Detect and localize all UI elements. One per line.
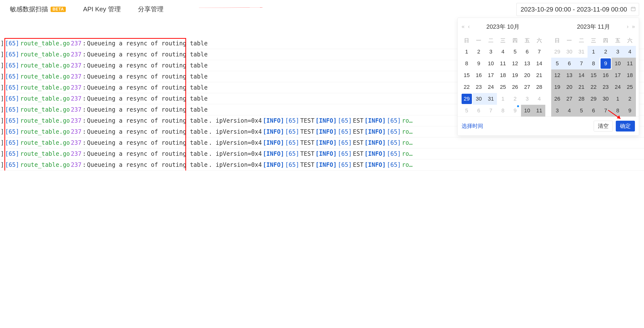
tab-apikey[interactable]: API Key 管理 — [83, 5, 120, 13]
calendar-day[interactable]: 10 — [612, 58, 624, 69]
calendar-day[interactable]: 7 — [600, 105, 612, 116]
calendar-day[interactable]: 6 — [473, 105, 485, 116]
calendar-day[interactable]: 5 — [551, 58, 563, 69]
calendar-day[interactable]: 18 — [624, 69, 636, 81]
calendar-day[interactable]: 6 — [521, 46, 533, 58]
calendar-day[interactable]: 30 — [563, 46, 575, 58]
calendar-day[interactable]: 9 — [473, 58, 485, 69]
calendar-day[interactable]: 2 — [473, 46, 485, 58]
calendar-day[interactable]: 3 — [521, 93, 533, 105]
select-time-link[interactable]: 选择时间 — [462, 122, 483, 130]
calendar-day[interactable]: 31 — [576, 46, 588, 58]
calendar-day[interactable]: 9 — [509, 105, 521, 116]
calendar-day[interactable]: 26 — [509, 81, 521, 93]
calendar-day[interactable]: 20 — [521, 69, 533, 81]
calendar-day[interactable]: 2 — [600, 46, 612, 58]
date-range-input[interactable]: 2023-10-29 00:00 - 2023-11-09 00:00 — [516, 3, 639, 16]
calendar-day[interactable]: 15 — [460, 69, 473, 81]
calendar-day[interactable]: 24 — [485, 81, 497, 93]
calendar-day[interactable]: 22 — [460, 81, 473, 93]
weekday-header: 日 — [460, 35, 473, 46]
log-id: [65] — [284, 139, 300, 146]
tab-share[interactable]: 分享管理 — [138, 5, 164, 13]
calendar-day[interactable]: 12 — [551, 69, 563, 81]
calendar-day[interactable]: 27 — [521, 81, 533, 93]
calendar-day[interactable]: 5 — [509, 46, 521, 58]
calendar-day[interactable]: 24 — [612, 81, 624, 93]
calendar-day[interactable]: 28 — [533, 81, 545, 93]
calendar-day[interactable]: 16 — [473, 69, 485, 81]
calendar-day[interactable]: 4 — [624, 46, 636, 58]
calendar-day[interactable]: 23 — [600, 81, 612, 93]
calendar-day[interactable]: 11 — [533, 105, 545, 116]
calendar-day[interactable]: 21 — [533, 69, 545, 81]
log-file: route_table.go — [20, 84, 70, 91]
calendar-day[interactable]: 25 — [497, 81, 509, 93]
calendar-day[interactable]: 30 — [473, 93, 485, 105]
calendar-day[interactable]: 29 — [588, 93, 600, 105]
calendar-day[interactable]: 25 — [624, 81, 636, 93]
tab-sensitive-scan[interactable]: 敏感数据扫描 BETA — [10, 5, 66, 13]
calendar-day[interactable]: 23 — [473, 81, 485, 93]
calendar-day[interactable]: 31 — [485, 93, 497, 105]
calendar-day[interactable]: 1 — [460, 46, 473, 58]
calendar-day[interactable]: 11 — [497, 58, 509, 69]
calendar-day[interactable]: 8 — [497, 105, 509, 116]
calendar-day[interactable]: 17 — [612, 69, 624, 81]
calendar-day[interactable]: 8 — [588, 58, 600, 69]
calendar-day[interactable]: 6 — [563, 58, 575, 69]
calendar-day[interactable]: 5 — [576, 105, 588, 116]
log-row: ][65] route_table.go 237: Queueing a res… — [0, 148, 644, 159]
prev-month-button[interactable]: ‹ — [468, 23, 470, 30]
calendar-day[interactable]: 5 — [460, 105, 473, 116]
calendar-day[interactable]: 1 — [588, 46, 600, 58]
next-month-button[interactable]: › — [627, 23, 628, 30]
calendar-day[interactable]: 19 — [509, 69, 521, 81]
calendar-day[interactable]: 13 — [521, 58, 533, 69]
calendar-day[interactable]: 26 — [551, 93, 563, 105]
calendar-day[interactable]: 17 — [485, 69, 497, 81]
calendar-day[interactable]: 11 — [624, 58, 636, 69]
ok-button[interactable]: 确定 — [616, 121, 635, 131]
next-year-button[interactable]: » — [632, 23, 635, 30]
calendar-day[interactable]: 4 — [533, 93, 545, 105]
calendar-day[interactable]: 8 — [460, 58, 473, 69]
calendar-day[interactable]: 4 — [497, 46, 509, 58]
calendar-day[interactable]: 3 — [551, 105, 563, 116]
calendar-day[interactable]: 29 — [460, 93, 473, 105]
calendar-day[interactable]: 10 — [485, 58, 497, 69]
calendar-day[interactable]: 30 — [600, 93, 612, 105]
calendar-day[interactable]: 27 — [563, 93, 575, 105]
clear-button[interactable]: 清空 — [594, 121, 613, 131]
calendar-day[interactable]: 9 — [624, 105, 636, 116]
calendar-day[interactable]: 2 — [624, 93, 636, 105]
calendar-day[interactable]: 9 — [600, 58, 612, 69]
calendar-day[interactable]: 2 — [509, 93, 521, 105]
calendar-day[interactable]: 1 — [612, 93, 624, 105]
calendar-day[interactable]: 14 — [576, 69, 588, 81]
calendar-day[interactable]: 7 — [485, 105, 497, 116]
calendar-day[interactable]: 14 — [533, 58, 545, 69]
calendar-day[interactable]: 13 — [563, 69, 575, 81]
calendar-day[interactable]: 6 — [588, 105, 600, 116]
calendar-day[interactable]: 3 — [485, 46, 497, 58]
calendar-day[interactable]: 15 — [588, 69, 600, 81]
calendar-day[interactable]: 10 — [521, 105, 533, 116]
calendar-day[interactable]: 7 — [576, 58, 588, 69]
prev-year-button[interactable]: « — [462, 23, 464, 30]
calendar-day[interactable]: 12 — [509, 58, 521, 69]
calendar-day[interactable]: 1 — [497, 93, 509, 105]
calendar-day[interactable]: 28 — [576, 93, 588, 105]
calendar-day[interactable]: 16 — [600, 69, 612, 81]
calendar-day[interactable]: 20 — [563, 81, 575, 93]
calendar-day[interactable]: 8 — [612, 105, 624, 116]
calendar-day[interactable]: 29 — [551, 46, 563, 58]
calendar-day[interactable]: 19 — [551, 81, 563, 93]
calendar-day[interactable]: 4 — [563, 105, 575, 116]
calendar-day[interactable]: 21 — [576, 81, 588, 93]
calendar-day[interactable]: 3 — [612, 46, 624, 58]
calendar-day[interactable]: 7 — [533, 46, 545, 58]
calendar-day[interactable]: 18 — [497, 69, 509, 81]
calendar-day[interactable]: 22 — [588, 81, 600, 93]
log-id: [65] — [386, 117, 402, 124]
